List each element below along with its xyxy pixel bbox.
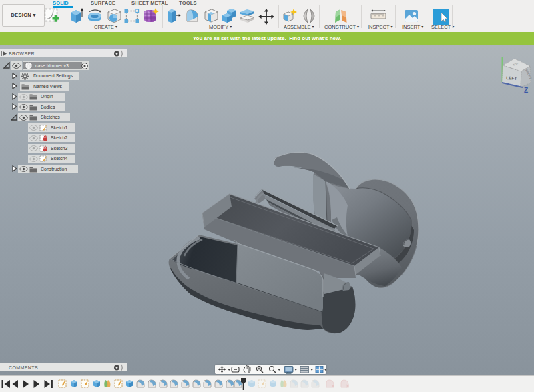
svg-text:LEFT: LEFT: [506, 75, 517, 81]
svg-text:Z: Z: [524, 87, 528, 94]
